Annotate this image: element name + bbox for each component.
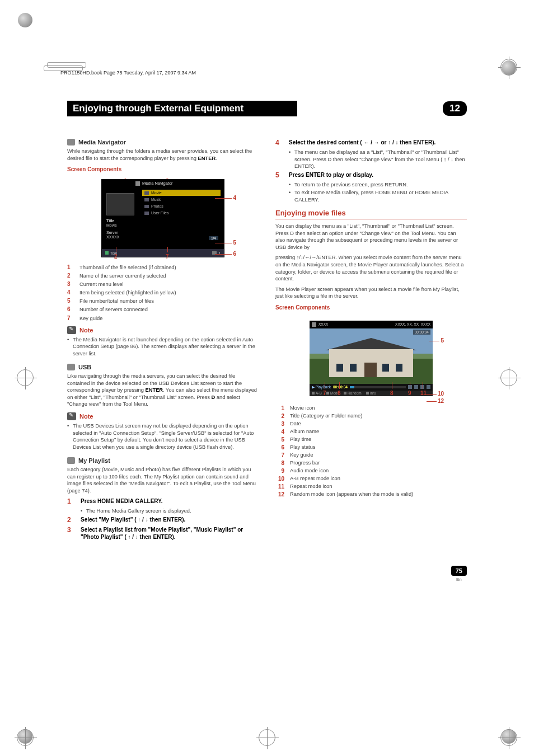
fig-footer: Tool 1 <box>102 249 224 257</box>
enjoying-movie-files-heading: Enjoying movie files <box>275 209 467 219</box>
note-icon <box>67 412 76 420</box>
movie-player-screenshot: XXXX XXXX. XX. XX XXXX 00:00:04 ▶ PlayBa… <box>310 321 433 396</box>
fig-menu-item: Music <box>142 196 221 203</box>
document-path: PRO1150HD.book Page 75 Tuesday, April 17… <box>60 70 196 76</box>
left-column: Media Navigator While navigating through… <box>67 139 259 543</box>
callout-6: 6 <box>233 251 236 257</box>
callout-5: 5 <box>233 240 236 246</box>
callout-6: 6 <box>338 390 341 396</box>
callout-4: 4 <box>233 195 236 201</box>
chapter-header: Enjoying through External Equipment 12 <box>67 101 467 116</box>
usb-heading: USB <box>67 364 259 370</box>
chapter-number: 12 <box>443 101 467 116</box>
screen-components-label: Screen Components <box>275 304 467 311</box>
mp-progress-bar: ▶ PlayBack 00:00:04 <box>310 384 433 391</box>
note-body: The Media Navigator is not launched depe… <box>67 336 259 358</box>
ab-repeat-icon <box>414 385 418 389</box>
heading-text: USB <box>78 364 91 370</box>
callout-12: 12 <box>438 398 444 404</box>
my-playlist-heading: My Playlist <box>67 457 259 464</box>
callout-7: 7 <box>166 253 169 260</box>
page-number: 75 En <box>451 566 467 582</box>
movie-icon <box>312 322 316 327</box>
mp-window <box>336 364 343 372</box>
registration-mark-icon <box>17 729 34 746</box>
movie-files-p1b: pressing ↑/↓/←/→/ENTER. When you select … <box>275 254 467 282</box>
note-body: The USB Devices List screen may not be d… <box>67 422 259 450</box>
fig-thumbnail <box>106 193 134 215</box>
note-label: Note <box>79 413 93 420</box>
media-navigator-screenshot: Media Navigator Title Movie Server XXXXX… <box>101 179 224 257</box>
playlist-intro: Each category (Movie, Music and Photo) h… <box>67 466 259 494</box>
heading-text: My Playlist <box>78 457 110 464</box>
callout-5: 5 <box>441 337 444 344</box>
note-heading: Note <box>67 412 259 420</box>
chapter-title: Enjoying through External Equipment <box>67 101 297 116</box>
movie-files-p1: You can display the menu as a "List", "T… <box>275 223 467 251</box>
registration-mark-icon <box>500 369 517 386</box>
mp-key-guide: A-B Mode Random Info <box>310 391 433 396</box>
fig-menu-item: User Files <box>142 210 221 216</box>
mp-playtime: 00:00:04 <box>413 330 430 335</box>
note-label: Note <box>79 327 93 334</box>
callout-10: 10 <box>438 391 444 397</box>
movie-files-p2: The Movie Player screen appears when you… <box>275 286 467 300</box>
fig-menu: Movie Music Photos User Files <box>142 190 221 217</box>
mp-door <box>364 363 377 377</box>
callout-7: 7 <box>323 390 326 396</box>
registration-circle-icon <box>18 13 32 27</box>
right-column: 4Select the desired content ( ← / → or ↑… <box>275 139 467 543</box>
media-navigator-figure: 1 3 Media Navigator Title Movie Server X… <box>93 179 233 257</box>
media-navigator-icon <box>67 139 75 145</box>
playlist-steps: 1Press HOME MEDIA GALLERY. The Home Medi… <box>67 497 259 541</box>
mp-house-roof <box>325 338 417 350</box>
usb-icon <box>67 364 75 370</box>
playlist-icon <box>67 457 75 464</box>
callout-9: 9 <box>408 390 411 396</box>
movie-player-legend: 1Movie icon 2Title (Category or Folder n… <box>275 405 467 497</box>
fig-title-area: Title Movie Server XXXXX <box>106 219 119 240</box>
note-icon <box>67 326 76 334</box>
mp-header: XXXX XXXX. XX. XX XXXX <box>310 321 433 328</box>
playlist-steps-continued: 4Select the desired content ( ← / → or ↑… <box>275 139 467 203</box>
registration-mark-icon <box>17 369 34 386</box>
callout-8: 8 <box>390 390 394 396</box>
fig-title: Media Navigator <box>135 181 173 186</box>
random-icon <box>427 385 430 389</box>
page-content: Enjoying through External Equipment 12 M… <box>67 101 467 543</box>
movie-player-figure: 1 2 3 4 XXXX XXXX. XX. XX XXXX <box>298 321 444 396</box>
fig-menu-item: Photos <box>142 203 221 209</box>
note-heading: Note <box>67 326 259 334</box>
usb-body: Like navigating through the media server… <box>67 373 259 408</box>
media-navigator-heading: Media Navigator <box>67 139 259 145</box>
mp-window <box>382 364 389 372</box>
registration-mark-icon <box>500 729 517 746</box>
mp-window <box>350 364 357 372</box>
mp-window <box>396 364 402 372</box>
screen-components-label: Screen Components <box>67 166 259 172</box>
progress-track <box>350 386 406 388</box>
media-navigator-legend: 1Thumbnail of the file selected (if obta… <box>67 264 259 322</box>
fig-menu-item: Movie <box>142 190 221 196</box>
registration-circle-icon <box>502 60 516 75</box>
callout-2: 2 <box>114 253 118 260</box>
fig-count: 1/4 <box>209 236 218 240</box>
heading-text: Media Navigator <box>78 139 126 145</box>
media-navigator-intro: While navigating through the folders a m… <box>67 148 259 162</box>
registration-mark-icon <box>259 729 275 746</box>
callout-11: 11 <box>420 390 427 396</box>
